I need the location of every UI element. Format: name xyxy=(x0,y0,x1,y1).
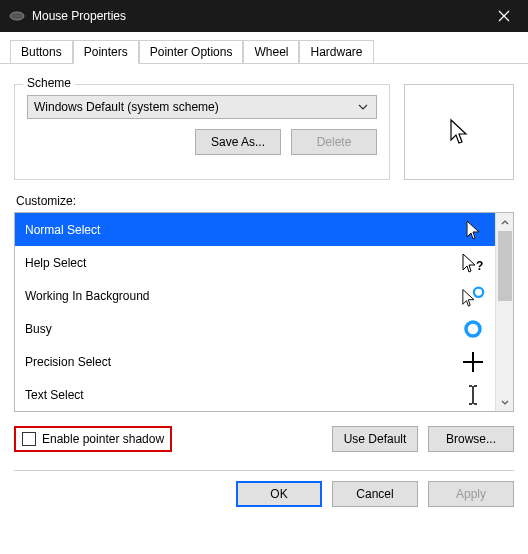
enable-shadow-checkbox[interactable] xyxy=(22,432,36,446)
list-item-label: Normal Select xyxy=(25,223,100,237)
use-default-button[interactable]: Use Default xyxy=(332,426,418,452)
cursor-listbox: Normal Select Help Select ? Working In B… xyxy=(14,212,514,412)
save-as-button[interactable]: Save As... xyxy=(195,129,281,155)
list-item-normal-select[interactable]: Normal Select xyxy=(15,213,495,246)
list-item-precision[interactable]: Precision Select xyxy=(15,345,495,378)
enable-shadow-highlight: Enable pointer shadow xyxy=(14,426,172,452)
list-item-label: Precision Select xyxy=(25,355,111,369)
divider xyxy=(14,470,514,471)
dialog-footer: OK Cancel Apply xyxy=(0,481,528,519)
panel-pointers: Scheme Windows Default (system scheme) S… xyxy=(0,64,528,471)
tab-pointers[interactable]: Pointers xyxy=(73,40,139,64)
cursor-preview xyxy=(404,84,514,180)
svg-point-3 xyxy=(466,322,480,336)
list-item-label: Text Select xyxy=(25,388,84,402)
close-button[interactable] xyxy=(484,0,524,32)
scheme-selected: Windows Default (system scheme) xyxy=(34,100,219,114)
cancel-button[interactable]: Cancel xyxy=(332,481,418,507)
list-item-busy[interactable]: Busy xyxy=(15,312,495,345)
list-item-label: Help Select xyxy=(25,256,86,270)
list-item-label: Busy xyxy=(25,322,52,336)
busy-cursor-icon xyxy=(461,319,485,339)
list-item-help-select[interactable]: Help Select ? xyxy=(15,246,495,279)
svg-point-2 xyxy=(474,287,483,296)
list-item-text[interactable]: Text Select xyxy=(15,378,495,411)
list-item-label: Working In Background xyxy=(25,289,150,303)
arrow-cursor-icon xyxy=(461,219,485,241)
scroll-thumb[interactable] xyxy=(498,231,512,301)
list-item-working-bg[interactable]: Working In Background xyxy=(15,279,495,312)
apply-button: Apply xyxy=(428,481,514,507)
chevron-down-icon xyxy=(356,104,370,110)
browse-button[interactable]: Browse... xyxy=(428,426,514,452)
scroll-up-button[interactable] xyxy=(496,213,513,231)
scroll-down-button[interactable] xyxy=(496,393,513,411)
scheme-legend: Scheme xyxy=(23,76,75,90)
chevron-up-icon xyxy=(501,220,509,225)
enable-shadow-label: Enable pointer shadow xyxy=(42,432,164,446)
arrow-cursor-icon xyxy=(449,118,469,146)
svg-text:?: ? xyxy=(476,259,483,273)
delete-button: Delete xyxy=(291,129,377,155)
scheme-dropdown[interactable]: Windows Default (system scheme) xyxy=(27,95,377,119)
mouse-properties-window: Mouse Properties Buttons Pointers Pointe… xyxy=(0,0,528,554)
tab-wheel[interactable]: Wheel xyxy=(243,40,299,63)
svg-point-0 xyxy=(10,12,24,20)
titlebar: Mouse Properties xyxy=(0,0,528,32)
scheme-group: Scheme Windows Default (system scheme) S… xyxy=(14,84,390,180)
chevron-down-icon xyxy=(501,400,509,405)
working-cursor-icon xyxy=(461,285,485,307)
customize-label: Customize: xyxy=(16,194,514,208)
listbox-scrollbar[interactable] xyxy=(495,213,513,411)
ok-button[interactable]: OK xyxy=(236,481,322,507)
precision-cursor-icon xyxy=(461,351,485,373)
text-cursor-icon xyxy=(461,384,485,406)
tab-buttons[interactable]: Buttons xyxy=(10,40,73,63)
window-title: Mouse Properties xyxy=(32,9,484,23)
mouse-icon xyxy=(8,7,26,25)
tab-hardware[interactable]: Hardware xyxy=(299,40,373,63)
tab-strip: Buttons Pointers Pointer Options Wheel H… xyxy=(0,32,528,64)
close-icon xyxy=(498,10,510,22)
tab-pointer-options[interactable]: Pointer Options xyxy=(139,40,244,63)
help-cursor-icon: ? xyxy=(461,252,485,274)
